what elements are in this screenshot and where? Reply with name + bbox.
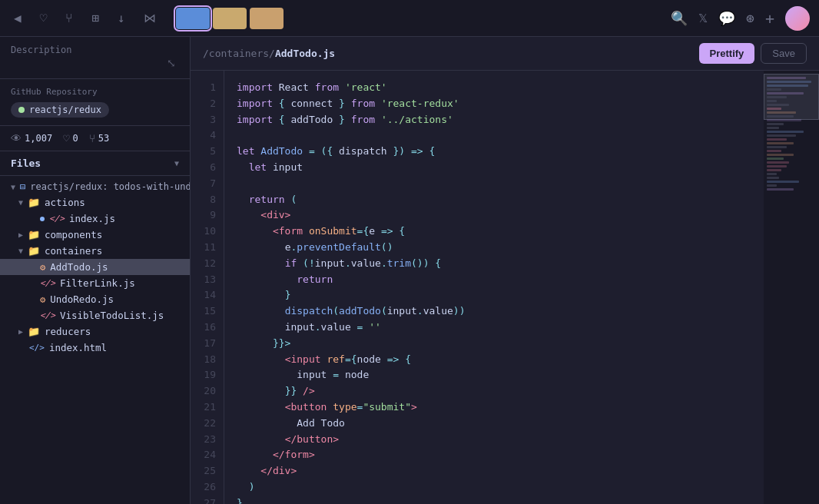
description-label: Description (11, 45, 71, 55)
color-swatch-blue[interactable] (176, 8, 210, 29)
reducers-chevron-icon: ▶ (18, 327, 23, 336)
likes-icon: ♡ (63, 132, 69, 144)
actions-index-label: index.js (69, 213, 115, 224)
github-status-dot (18, 107, 25, 113)
undoredo-label: UndoRedo.js (50, 293, 114, 305)
breadcrumb-file: AddTodo.js (275, 48, 335, 59)
toolbar-colors (176, 8, 284, 29)
toolbar-left: ◀ ♡ ⑂ ⊞ ↓ ⋈ (9, 8, 284, 29)
code-editor[interactable]: import React from 'react' import { conne… (224, 71, 764, 504)
minimap-content (764, 71, 819, 198)
editor-header: /containers/AddTodo.js Prettify Save (191, 37, 819, 71)
files-chevron-icon: ▼ (174, 159, 179, 167)
stat-views: 👁 1,007 (11, 132, 52, 144)
tree-item-containers[interactable]: ▼ 📁 containers (0, 243, 190, 259)
stat-likes: ♡ 0 (63, 132, 78, 144)
containers-folder-icon: 📁 (28, 245, 40, 257)
toolbar-right: 🔍 𝕏 💬 ⊛ + (671, 6, 810, 31)
tree-item-index-html[interactable]: </> index.html (0, 340, 190, 356)
visibletodo-icon: </> (40, 310, 55, 320)
forks-icon: ⑂ (89, 132, 95, 144)
actions-label: actions (45, 197, 85, 208)
js-file-icon: </> (49, 214, 65, 224)
stats-row: 👁 1,007 ♡ 0 ⑂ 53 (0, 126, 190, 151)
fork-icon[interactable]: ⑂ (61, 8, 78, 28)
back-icon[interactable]: ◀ (9, 8, 26, 28)
heart-icon[interactable]: ♡ (35, 8, 52, 28)
github-badge[interactable]: reactjs/redux (11, 102, 109, 118)
modified-dot-indicator (40, 217, 45, 221)
breadcrumb-path: /containers/ (203, 48, 275, 59)
share-icon[interactable]: ⋈ (139, 8, 161, 28)
add-icon[interactable]: + (765, 9, 774, 28)
sidebar-description-section: Description ⤡ (0, 37, 190, 79)
html-file-icon: </> (29, 343, 45, 353)
line-numbers: 12345 678910 1112131415 1617181920 21222… (191, 71, 224, 504)
github-label: GitHub Repository (11, 87, 179, 97)
components-label: components (45, 229, 102, 240)
containers-label: containers (45, 245, 102, 257)
undoredo-icon: ⚙ (40, 294, 45, 305)
sidebar: Description ⤡ GitHub Repository reactjs/… (0, 37, 191, 504)
editor-area: /containers/AddTodo.js Prettify Save 123… (191, 37, 819, 504)
containers-chevron-icon: ▼ (18, 247, 23, 255)
tree-item-actions-index[interactable]: </> index.js (0, 211, 190, 227)
tree-item-reducers[interactable]: ▶ 📁 reducers (0, 323, 190, 340)
save-icon[interactable]: ⊞ (87, 8, 104, 28)
tree-item-repo[interactable]: ▼ ⊟ reactjs/redux: todos-with-undo (0, 179, 190, 194)
repo-chevron-icon: ▼ (11, 183, 15, 191)
repo-label: reactjs/redux: todos-with-undo (30, 181, 190, 192)
repo-icon: ⊟ (20, 181, 25, 192)
main-area: Description ⤡ GitHub Repository reactjs/… (0, 37, 819, 504)
reducers-label: reducers (45, 326, 91, 337)
editor-actions: Prettify Save (699, 43, 807, 64)
minimap (764, 71, 819, 504)
addtodo-settings-icon: ⚙ (40, 262, 45, 273)
stat-forks: ⑂ 53 (89, 132, 109, 144)
github-badge-text: reactjs/redux (29, 104, 101, 115)
tree-item-filterlink[interactable]: </> FilterLink.js (0, 275, 190, 291)
files-header[interactable]: Files ▼ (0, 151, 190, 176)
color-swatch-tan[interactable] (213, 8, 247, 29)
color-swatch-warm[interactable] (250, 8, 284, 29)
likes-count: 0 (73, 133, 78, 144)
forks-count: 53 (98, 133, 109, 144)
tree-item-visibletodo[interactable]: </> VisibleTodoList.js (0, 307, 190, 323)
files-tree: ▼ ⊟ reactjs/redux: todos-with-undo ▼ 📁 a… (0, 176, 190, 504)
code-container: 12345 678910 1112131415 1617181920 21222… (191, 71, 819, 504)
tree-item-components[interactable]: ▶ 📁 components (0, 227, 190, 243)
github-section: GitHub Repository reactjs/redux (0, 79, 190, 126)
twitter-icon[interactable]: 𝕏 (698, 12, 708, 25)
files-label: Files (11, 158, 41, 169)
views-icon: 👁 (11, 132, 22, 144)
resize-handle[interactable]: ⤡ (11, 55, 179, 71)
index-html-label: index.html (49, 342, 107, 353)
reducers-folder-icon: 📁 (28, 326, 40, 337)
filterlink-label: FilterLink.js (60, 277, 135, 289)
filterlink-icon: </> (40, 278, 55, 288)
tree-item-addtodo[interactable]: ⚙ AddTodo.js (0, 259, 190, 275)
tree-item-actions[interactable]: ▼ 📁 actions (0, 194, 190, 211)
prettify-button[interactable]: Prettify (699, 43, 755, 64)
actions-folder-icon: 📁 (28, 197, 40, 208)
components-folder-icon: 📁 (28, 229, 40, 240)
breadcrumb: /containers/AddTodo.js (203, 48, 335, 59)
actions-chevron-icon: ▼ (18, 198, 23, 207)
chat-icon[interactable]: 💬 (718, 10, 735, 26)
tree-item-undoredo[interactable]: ⚙ UndoRedo.js (0, 291, 190, 307)
avatar[interactable] (785, 6, 810, 31)
components-chevron-icon: ▶ (18, 230, 23, 239)
download-icon[interactable]: ↓ (113, 8, 130, 28)
github-icon[interactable]: ⊛ (746, 10, 754, 26)
views-count: 1,007 (25, 133, 52, 144)
save-button[interactable]: Save (761, 43, 807, 64)
toolbar: ◀ ♡ ⑂ ⊞ ↓ ⋈ 🔍 𝕏 💬 ⊛ + (0, 0, 819, 37)
search-icon[interactable]: 🔍 (671, 10, 688, 26)
visibletodo-label: VisibleTodoList.js (60, 310, 164, 321)
addtodo-label: AddTodo.js (50, 261, 108, 273)
